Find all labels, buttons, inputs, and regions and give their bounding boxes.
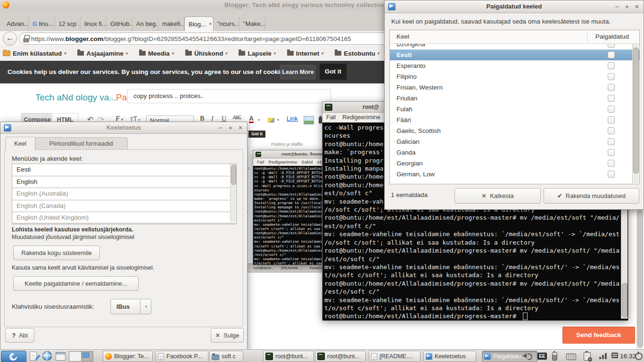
browser-tab[interactable]: An beg... <box>132 16 158 31</box>
highlight-icon[interactable] <box>268 118 274 123</box>
bookmark-item[interactable]: Meedia ▾ <box>139 50 174 57</box>
got-it-button[interactable]: Got it <box>320 64 347 80</box>
browser-tab[interactable]: "Make... <box>239 16 265 31</box>
column-paigaldatud[interactable]: Paigaldatud <box>595 33 629 40</box>
back-button[interactable]: ← <box>3 32 17 46</box>
install-remove-languages-button[interactable]: Keelte paigaldamine / eemaldamine... <box>13 276 139 291</box>
list-scrollbar[interactable] <box>230 164 236 222</box>
installed-checkbox[interactable] <box>608 116 615 123</box>
taskbar-window-button[interactable]: Blogger: Te... <box>103 351 153 362</box>
language-row[interactable]: English <box>12 176 236 189</box>
menu-item[interactable]: Fail <box>326 114 336 121</box>
language-row[interactable]: Fulah <box>390 104 639 115</box>
language-row[interactable]: Friulian <box>390 93 639 104</box>
language-row[interactable]: English (United Kingdom) <box>12 212 236 224</box>
bookmark-item[interactable]: Asjaajamine ▾ <box>77 50 128 57</box>
cancel-button[interactable]: ✕Katkesta <box>454 188 541 204</box>
insert-image-icon[interactable] <box>304 116 314 124</box>
highlight-caret[interactable]: ▾ <box>276 115 279 123</box>
browser-tab[interactable]: Advan... <box>3 16 29 31</box>
link-button[interactable]: Link <box>287 115 298 122</box>
close-icon[interactable]: × <box>239 124 242 132</box>
power-icon[interactable] <box>635 353 643 360</box>
taskbar-window-button[interactable]: root@bunt... <box>263 351 314 362</box>
browser-tab[interactable]: 12 scp ... <box>55 16 81 31</box>
maximize-icon[interactable]: + <box>229 124 232 132</box>
apply-changes-button[interactable]: ✔Rakenda muudatused <box>544 188 639 204</box>
language-row[interactable]: German, Low <box>390 169 639 180</box>
browser-tab[interactable]: G linu... <box>29 16 55 31</box>
installed-checkbox[interactable] <box>608 62 615 69</box>
post-title-input[interactable]: copy protcess .. protces.. <box>127 89 331 103</box>
language-row[interactable]: Fääri <box>390 115 639 125</box>
browser-tab[interactable]: "ncurs... <box>214 16 239 31</box>
minimize-icon[interactable]: − <box>218 124 222 132</box>
bookmark-item[interactable]: Estobuntu ▾ <box>335 50 380 57</box>
installed-checkbox[interactable] <box>608 84 615 91</box>
browser-tab[interactable]: GitHub... <box>107 16 132 31</box>
language-row[interactable]: Galician <box>390 136 639 147</box>
language-row[interactable]: English (Canada) <box>12 200 236 213</box>
scrollbar-thumb[interactable] <box>231 165 236 185</box>
taskbar-window-button[interactable]: Keeletoetus <box>423 351 476 362</box>
language-row[interactable]: Georgian <box>390 158 639 169</box>
network-signal-icon[interactable] <box>599 353 608 359</box>
taskbar-window-button[interactable]: root@bunt... <box>315 351 366 362</box>
table-scrollbar[interactable] <box>632 44 639 183</box>
clipboard-icon[interactable] <box>584 352 591 361</box>
dialog-tab[interactable]: Piirkondlikud formaadid <box>34 137 128 150</box>
language-row[interactable]: Dzongkha <box>390 44 639 49</box>
installed-checkbox[interactable] <box>608 160 615 167</box>
language-row[interactable]: Eesti <box>390 49 639 60</box>
learn-more-button[interactable]: Learn More <box>281 65 315 79</box>
blog-title[interactable]: Tech aNd ology va... <box>35 92 116 103</box>
language-priority-list[interactable]: Eesti English English (Australia) Englis… <box>12 164 237 223</box>
browser-tab[interactable]: linux fi... <box>81 16 107 31</box>
language-row[interactable]: Eesti <box>12 164 236 176</box>
language-row[interactable]: English (Australia) <box>12 188 236 200</box>
messages-icon[interactable] <box>611 353 618 358</box>
language-row[interactable]: Esperanto <box>390 60 639 71</box>
dialog-titlebar[interactable]: Paigaldatud keeled − + × <box>385 0 644 13</box>
language-row[interactable]: Ganda <box>390 147 639 158</box>
clock[interactable]: 16:32 <box>620 353 636 360</box>
menu-item[interactable]: Fail <box>257 159 264 165</box>
keyboard-layout-indicator[interactable]: EE <box>537 353 547 360</box>
bookmark-item[interactable]: Ühiskond ▾ <box>185 50 228 57</box>
input-method-dropdown[interactable]: IBus ▾ <box>110 299 151 314</box>
installed-checkbox[interactable] <box>608 44 615 48</box>
scrollbar-thumb[interactable] <box>637 210 643 347</box>
installed-checkbox[interactable] <box>608 51 615 58</box>
battery-icon[interactable] <box>552 352 557 361</box>
scrollbar-thumb[interactable] <box>633 48 639 173</box>
installed-checkbox[interactable] <box>608 138 615 145</box>
browser-tab[interactable]: makefi... <box>158 16 184 31</box>
installed-checkbox[interactable] <box>608 127 615 134</box>
taskbar-window-button[interactable]: Facebook P... <box>156 351 208 362</box>
installed-checkbox[interactable] <box>608 95 615 102</box>
dialog-tab[interactable]: Keel <box>5 137 35 150</box>
installed-checkbox[interactable] <box>608 171 615 178</box>
menu-item[interactable]: Redigeerimine <box>342 114 380 121</box>
installed-checkbox[interactable] <box>608 149 615 156</box>
bookmark-item[interactable]: Internet ▾ <box>287 50 324 57</box>
tab-close-icon[interactable]: × <box>209 21 212 27</box>
taskbar-window-button[interactable]: [README.... <box>369 351 421 362</box>
menu-item[interactable]: Sakid <box>302 159 313 165</box>
language-row[interactable]: Gaelic, Scottish <box>390 125 639 136</box>
close-button[interactable]: ✕Sulge <box>211 328 244 343</box>
close-icon[interactable]: × <box>635 3 639 10</box>
help-button[interactable]: ?Abi <box>5 328 34 343</box>
apply-system-wide-button[interactable]: Rakenda kogu süsteemile <box>13 246 100 260</box>
installed-checkbox[interactable] <box>608 73 615 80</box>
dialog-titlebar[interactable]: Keeletoetus − + × <box>0 122 247 134</box>
installed-checkbox[interactable] <box>608 106 615 113</box>
strikethrough-button[interactable]: ABC <box>233 115 241 120</box>
keyboard-icon[interactable] <box>566 354 576 360</box>
minimize-icon[interactable]: − <box>615 3 619 10</box>
text-color-button[interactable]: A <box>249 115 254 123</box>
bookmark-item[interactable]: Enim külastatud ▾ <box>3 50 66 57</box>
taskbar-window-button[interactable]: soft c <box>209 351 243 362</box>
browser-tab[interactable]: Blog... × <box>184 16 214 31</box>
language-row[interactable]: Frisian, Western <box>390 82 639 93</box>
